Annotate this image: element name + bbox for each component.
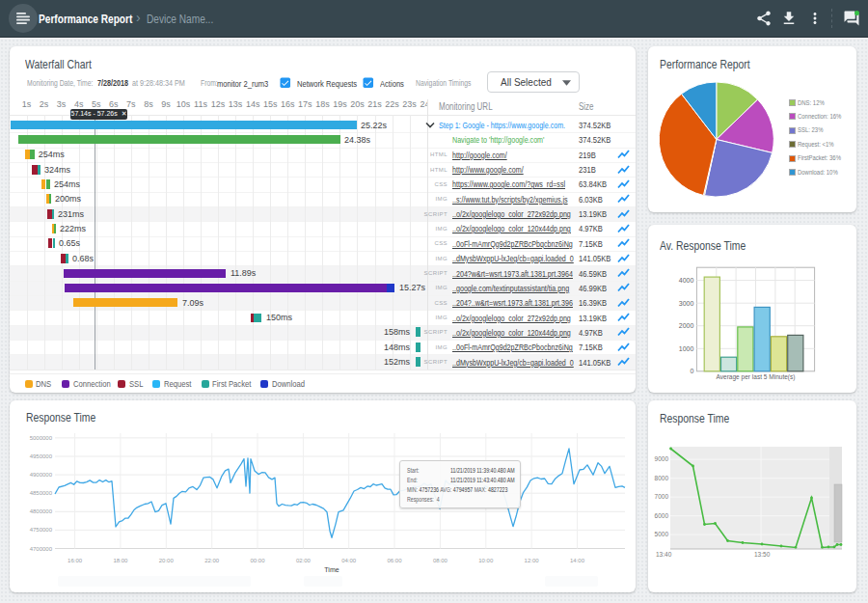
svg-text:06:00: 06:00 (387, 558, 402, 563)
svg-text:4950000: 4950000 (30, 453, 53, 459)
svg-text:4850000: 4850000 (30, 490, 53, 496)
svg-text:13:40: 13:40 (656, 551, 672, 558)
svg-text:20:00: 20:00 (159, 558, 175, 563)
svg-text:00:00: 00:00 (250, 558, 265, 563)
svg-text:Average per last 5 Minute(s): Average per last 5 Minute(s) (717, 372, 796, 381)
svg-text:1000: 1000 (679, 345, 694, 352)
svg-text:4800000: 4800000 (30, 508, 53, 514)
svg-text:6000: 6000 (655, 512, 669, 519)
svg-text:14:00: 14:00 (570, 558, 585, 563)
svg-text:9000: 9000 (655, 455, 669, 462)
svg-text:5000: 5000 (655, 531, 669, 537)
svg-text:4900000: 4900000 (30, 472, 53, 478)
svg-text:4000: 4000 (679, 277, 694, 284)
svg-text:8000: 8000 (655, 475, 669, 481)
svg-text:7000: 7000 (655, 493, 669, 500)
svg-text:12:00: 12:00 (525, 558, 540, 563)
svg-text:0: 0 (690, 368, 693, 374)
svg-text:5000000: 5000000 (30, 435, 53, 441)
svg-text:04:00: 04:00 (341, 558, 357, 563)
svg-text:10:00: 10:00 (478, 558, 494, 563)
svg-text:3000: 3000 (679, 300, 694, 307)
svg-text:Time: Time (324, 566, 339, 573)
svg-text:13:50: 13:50 (754, 551, 771, 558)
svg-text:22:00: 22:00 (204, 558, 220, 563)
svg-text:4750000: 4750000 (30, 527, 53, 533)
svg-text:2000: 2000 (679, 322, 694, 329)
svg-text:16:00: 16:00 (68, 558, 83, 563)
svg-text:18:00: 18:00 (113, 558, 128, 563)
svg-text:02:00: 02:00 (296, 558, 312, 563)
svg-text:08:00: 08:00 (433, 558, 448, 563)
svg-text:4700000: 4700000 (30, 546, 53, 552)
